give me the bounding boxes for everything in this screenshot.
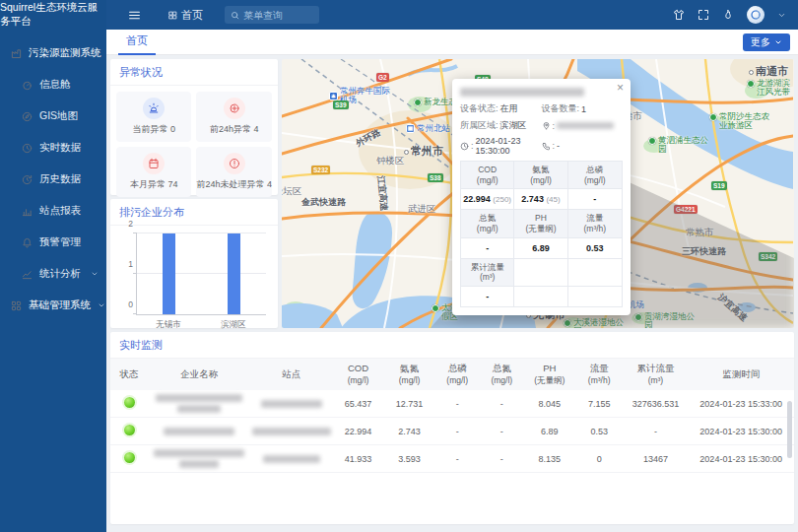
monitor-table-header: 状态企业名称站点COD(mg/l)氨氮(mg/l)总磷(mg/l)总氮(mg/l… bbox=[110, 359, 794, 390]
phone-icon bbox=[542, 142, 551, 151]
breadcrumb[interactable]: 首页 bbox=[168, 8, 203, 23]
measurement-value: 12.731 bbox=[384, 399, 435, 409]
gis-map[interactable]: 常州市钟楼区武进区金坛区滨湖区无锡市南通市常熟市张家港市▲常州奔牛国际机场▣常州… bbox=[282, 59, 794, 328]
menu-search-input[interactable] bbox=[243, 10, 312, 21]
user-chevron-down-icon[interactable] bbox=[777, 11, 786, 20]
monitor-title: 实时监测 bbox=[110, 332, 794, 359]
brand-logo: Squirrel生态环境云服务平台 bbox=[0, 0, 106, 30]
measurement-value: - bbox=[480, 454, 524, 464]
table-row[interactable]: 22.9942.743--6.890.53-2024-01-23 15:30:0… bbox=[110, 418, 794, 445]
monitor-col-header: 总氮(mg/l) bbox=[480, 363, 524, 387]
chart-x-labels: 无锡市滨湖区 bbox=[136, 319, 266, 331]
calendar-icon bbox=[143, 153, 165, 174]
plane-poi-icon: ▲ bbox=[329, 92, 338, 100]
map-label-district: 钟楼区 bbox=[376, 155, 405, 167]
table-row[interactable]: 41.9333.593--8.1350134672024-01-23 15:30… bbox=[110, 445, 794, 473]
target-icon bbox=[224, 98, 245, 119]
fullscreen-icon[interactable] bbox=[698, 9, 709, 21]
park-poi-icon bbox=[747, 80, 755, 88]
bar-无锡市 bbox=[163, 233, 175, 314]
bar-滨湖区 bbox=[228, 233, 240, 314]
chevron-down-icon bbox=[91, 270, 99, 278]
stat-card-calendar[interactable]: 本月异常 74 bbox=[116, 147, 191, 197]
bar-chart: 012 无锡市滨湖区 bbox=[118, 230, 270, 331]
tab-home[interactable]: 首页 bbox=[118, 30, 156, 55]
device-address: : bbox=[542, 121, 624, 131]
sidebar-item-report[interactable]: 站点报表 bbox=[0, 195, 106, 227]
measurement-value: - bbox=[435, 427, 480, 436]
company-name-redacted bbox=[148, 428, 250, 435]
measurement-value: 8.045 bbox=[524, 399, 575, 409]
chevron-down-icon bbox=[774, 38, 782, 46]
tab-bar: 首页 更多 bbox=[106, 30, 798, 55]
sidebar-item-dashboard[interactable]: 信息舱 bbox=[0, 69, 106, 100]
theme-shirt-icon[interactable] bbox=[673, 9, 685, 21]
abnormal-panel-title: 异常状况 bbox=[110, 59, 278, 86]
status-dot bbox=[110, 397, 148, 410]
enterprise-distribution-panel: 排污企业分布 012 无锡市滨湖区 bbox=[110, 199, 278, 328]
hamburger-menu-icon[interactable] bbox=[128, 9, 141, 22]
chevron-down-icon bbox=[98, 301, 105, 309]
dashboard-icon bbox=[22, 80, 33, 91]
system-icon bbox=[11, 300, 22, 311]
location-pin-icon bbox=[542, 121, 551, 130]
sidebar-item-gis[interactable]: GIS地图 bbox=[0, 100, 106, 132]
measurement-value: 22.994 bbox=[333, 427, 384, 436]
map-label-district: 武进区 bbox=[408, 203, 436, 216]
measurement-value: - bbox=[623, 427, 688, 436]
monitor-col-header: 企业名称 bbox=[148, 368, 250, 380]
site-name-redacted bbox=[250, 400, 332, 408]
breadcrumb-label: 首页 bbox=[181, 8, 203, 23]
monitor-time: 2024-01-23 15:30:00 bbox=[688, 427, 794, 436]
measurement-value: 7.155 bbox=[575, 399, 624, 409]
popup-close-icon[interactable]: × bbox=[617, 82, 624, 94]
road-shield: S232 bbox=[311, 166, 330, 174]
flame-icon[interactable] bbox=[722, 9, 734, 21]
site-name-redacted bbox=[250, 455, 332, 463]
measurement-value: 65.437 bbox=[333, 399, 384, 409]
sidebar-item-clock[interactable]: 实时数据 bbox=[0, 132, 106, 164]
realtime-monitor-panel: 实时监测 状态企业名称站点COD(mg/l)氨氮(mg/l)总磷(mg/l)总氮… bbox=[110, 332, 794, 524]
table-scrollbar[interactable] bbox=[787, 401, 792, 458]
more-button[interactable]: 更多 bbox=[743, 33, 790, 51]
popup-param-header: 总磷(mg/l) bbox=[568, 162, 622, 189]
status-dot bbox=[110, 425, 148, 437]
menu-search[interactable] bbox=[225, 6, 319, 24]
popup-param-value: - bbox=[461, 287, 514, 307]
sidebar-item-history[interactable]: 历史数据 bbox=[0, 164, 106, 195]
monitor-time: 2024-01-23 15:30:00 bbox=[688, 454, 794, 464]
map-label-city: 南通市 bbox=[749, 64, 788, 79]
table-row[interactable]: 65.43712.731--8.0457.155327636.5312024-0… bbox=[110, 390, 794, 418]
sidebar-item-alert[interactable]: 预警管理 bbox=[0, 227, 106, 258]
sidebar-item-stats[interactable]: 统计分析 bbox=[0, 258, 106, 290]
road-shield: S38 bbox=[428, 173, 443, 182]
popup-param-value: 0.53 bbox=[568, 238, 622, 259]
topbar-actions bbox=[673, 6, 798, 24]
measurement-value: - bbox=[480, 399, 524, 409]
stat-card-siren[interactable]: 当前异常 0 bbox=[116, 92, 191, 142]
avatar[interactable] bbox=[747, 6, 765, 24]
popup-param-value: - bbox=[461, 238, 514, 259]
device-region: 所属区域: 滨湖区 bbox=[460, 119, 542, 132]
monitor-col-header: 氨氮(mg/l) bbox=[384, 363, 435, 387]
park-poi-icon bbox=[709, 113, 717, 121]
search-icon bbox=[231, 11, 239, 20]
stat-card-warning[interactable]: 前24h未处理异常 4 bbox=[196, 147, 272, 197]
sidebar-item-factory[interactable]: 污染源监测系统 bbox=[0, 37, 106, 69]
clock-icon bbox=[22, 143, 33, 154]
measurement-value: 0 bbox=[575, 454, 624, 464]
stat-card-target[interactable]: 前24h异常 4 bbox=[196, 92, 272, 142]
map-label-district: 金坛区 bbox=[282, 185, 302, 198]
sidebar-item-system[interactable]: 基础管理系统 bbox=[0, 290, 106, 321]
park-poi-icon bbox=[414, 99, 422, 106]
measurement-value: 13467 bbox=[623, 454, 688, 464]
popup-param-header: 累计流量(m³) bbox=[461, 259, 514, 287]
park-poi-icon bbox=[648, 137, 656, 145]
road-shield: G2 bbox=[376, 73, 389, 82]
alert-icon bbox=[22, 237, 33, 248]
device-info-popup: × 设备状态: 在用 设备数量: 1 所属区域: bbox=[452, 79, 631, 315]
road-shield: S19 bbox=[711, 181, 727, 190]
company-name-redacted bbox=[148, 394, 250, 413]
popup-param-header: 总氮(mg/l) bbox=[461, 210, 514, 237]
train-poi-icon: ▣ bbox=[406, 124, 415, 133]
